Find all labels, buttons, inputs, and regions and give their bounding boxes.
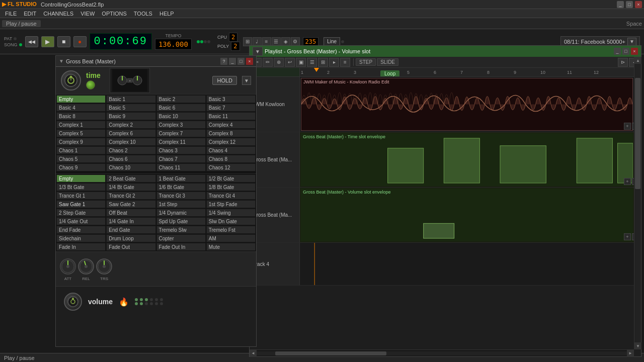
preset-gate-trance4[interactable]: Trance Gt 4 — [206, 192, 256, 200]
step-btn[interactable]: STEP — [356, 58, 376, 66]
rewind-btn[interactable]: ◀◀ — [25, 36, 38, 47]
pl-tool-2[interactable]: ✏ — [263, 58, 273, 67]
preset-gate-14out[interactable]: 1/4 Gate Out — [56, 217, 106, 225]
browser-tool-icon[interactable]: ☰ — [272, 37, 281, 46]
hscroll-thumb[interactable] — [275, 351, 386, 355]
preset-gate-endfade[interactable]: End Fade — [56, 226, 106, 234]
preset-gate-mute[interactable]: Mute — [206, 243, 256, 251]
preset-gate-sixth[interactable]: 1/6 Bt Gate — [156, 183, 206, 191]
preset-time-basic4[interactable]: Basic 4 — [56, 104, 106, 112]
preset-gate-saw2[interactable]: Saw Gate 2 — [106, 200, 155, 208]
vscroll-up-btn[interactable]: ▲ — [634, 57, 641, 64]
preset-time-chaos8[interactable]: Chaos 8 — [206, 155, 256, 163]
preset-time-basic10[interactable]: Basic 10 — [156, 112, 206, 120]
menu-help[interactable]: HELP — [156, 10, 177, 17]
preset-time-complex7[interactable]: Complex 7 — [156, 129, 206, 137]
preset-gate-fadein[interactable]: Fade In — [56, 243, 106, 251]
preset-time-complex1[interactable]: Complex 1 — [56, 121, 106, 129]
preset-time-chaos10[interactable]: Chaos 10 — [106, 163, 155, 171]
preset-time-chaos6[interactable]: Chaos 6 — [106, 155, 155, 163]
pl-right-1[interactable]: ⊳ — [618, 58, 628, 67]
preset-time-basic3[interactable]: Basic 3 — [206, 95, 256, 103]
slide-btn[interactable]: SLIDE — [377, 58, 398, 66]
preset-gate-2step[interactable]: 2 Step Gate — [56, 209, 106, 217]
rel-knob[interactable] — [77, 257, 95, 276]
playlist-close-btn[interactable]: × — [631, 48, 638, 55]
preset-time-chaos1[interactable]: Chaos 1 — [56, 146, 106, 154]
preset-gate-half[interactable]: 1/2 Bt Gate — [206, 174, 256, 183]
preset-time-chaos9[interactable]: Chaos 9 — [56, 163, 106, 171]
menu-view[interactable]: VIEW — [77, 10, 98, 17]
playlist-max-btn[interactable]: □ — [622, 48, 629, 55]
plugin-titlebar[interactable]: ▼ Gross Beat (Master) ? _ □ × — [56, 56, 256, 67]
envelope-clip-2[interactable]: Gross Beat (Master) - Time slot envelope — [301, 133, 633, 186]
preset-gate-trance1[interactable]: Trance Gt 1 — [56, 192, 106, 200]
bpm-display[interactable]: 136.000 — [155, 39, 192, 50]
preset-gate-14dyn[interactable]: 1/4 Dynamic — [156, 209, 206, 217]
preset-time-basic2[interactable]: Basic 2 — [156, 95, 206, 103]
preset-gate-tremslw[interactable]: Tremelo Slw — [156, 226, 206, 234]
preset-time-chaos7[interactable]: Chaos 7 — [156, 155, 206, 163]
preset-time-complex11[interactable]: Complex 11 — [156, 138, 206, 146]
menu-file[interactable]: FILE — [2, 10, 20, 17]
vscroll-track[interactable] — [634, 64, 641, 342]
plugin-max-btn[interactable]: □ — [237, 58, 245, 65]
playlist-min-btn[interactable]: _ — [614, 48, 621, 55]
track1-add-btn[interactable]: + — [624, 123, 631, 130]
preset-gate-trance2[interactable]: Trance Gt 2 — [106, 192, 155, 200]
plugin-tool-icon[interactable]: ◈ — [281, 37, 290, 46]
preset-time-chaos4[interactable]: Chaos 4 — [206, 146, 256, 154]
preset-time-basic8[interactable]: Basic 8 — [56, 112, 106, 120]
preset-time-complex6[interactable]: Complex 6 — [106, 129, 155, 137]
preset-time-complex5[interactable]: Complex 5 — [56, 129, 106, 137]
preset-gate-saw1[interactable]: Saw Gate 1 — [56, 200, 106, 208]
pl-tool-6[interactable]: ☰ — [307, 58, 317, 67]
preset-gate-1stsingle[interactable]: 1st Stp Fade — [206, 200, 256, 208]
menu-edit[interactable]: EDIT — [21, 10, 39, 17]
preset-time-basic5[interactable]: Basic 5 — [106, 104, 155, 112]
pattern-tool-icon[interactable]: ⊞ — [243, 37, 252, 46]
trs-knob[interactable] — [95, 257, 113, 276]
stop-btn[interactable]: ■ — [57, 36, 70, 47]
preset-time-complex3[interactable]: Complex 3 — [156, 121, 206, 129]
hscroll-left-btn[interactable]: ◄ — [250, 350, 257, 357]
att-knob[interactable] — [59, 257, 77, 276]
preset-gate-slwdn[interactable]: Slw Dn Gate — [206, 217, 256, 225]
loop-marker[interactable]: Loop — [380, 70, 399, 77]
preset-time-basic6[interactable]: Basic 6 — [156, 104, 206, 112]
hold-button[interactable]: HOLD — [212, 76, 237, 85]
preset-gate-quarter[interactable]: 1/4 Bt Gate — [106, 183, 155, 191]
preset-gate-empty[interactable]: Empty — [56, 174, 106, 183]
preset-time-complex2[interactable]: Complex 2 — [106, 121, 155, 129]
preset-gate-trance3[interactable]: Trance Gt 3 — [156, 192, 206, 200]
menu-tools[interactable]: TOOLS — [131, 10, 155, 17]
app-maximize-btn[interactable]: □ — [626, 1, 633, 8]
preset-time-complex4[interactable]: Complex 4 — [206, 121, 256, 129]
vscroll-thumb[interactable] — [635, 78, 640, 190]
preset-time-chaos5[interactable]: Chaos 5 — [56, 155, 106, 163]
hscroll-track[interactable] — [257, 351, 627, 355]
settings-tool-icon[interactable]: ⚙ — [291, 37, 300, 46]
preset-gate-14in[interactable]: 1/4 Gate In — [106, 217, 155, 225]
preset-gate-fadeinout[interactable]: Fade Out In — [156, 243, 206, 251]
preset-time-complex12[interactable]: Complex 12 — [206, 138, 256, 146]
pl-tool-7[interactable]: ⊞ — [318, 58, 328, 67]
menu-channels[interactable]: CHANNELS — [40, 10, 76, 17]
play-btn[interactable]: ▶ — [41, 36, 54, 47]
track3-add-btn[interactable]: + — [624, 233, 631, 240]
preset-gate-1ststep[interactable]: 1st Step — [156, 200, 206, 208]
preset-gate-copter[interactable]: Copter — [156, 234, 206, 242]
preset-time-chaos3[interactable]: Chaos 3 — [156, 146, 206, 154]
plugin-indicator-knob[interactable] — [86, 80, 95, 89]
pl-tool-5[interactable]: ▣ — [296, 58, 306, 67]
track-content-4[interactable] — [300, 243, 641, 285]
app-close-btn[interactable]: × — [635, 1, 642, 8]
preset-gate-tremfst[interactable]: Tremelo Fst — [206, 226, 256, 234]
envelope-clip-3[interactable]: Gross Beat (Master) - Volume slot envelo… — [301, 189, 633, 241]
menu-options[interactable]: OPTIONS — [99, 10, 130, 17]
preset-time-basic7[interactable]: Basic 7 — [206, 104, 256, 112]
preset-gate-sidechain[interactable]: Sidechain — [56, 234, 106, 242]
app-minimize-btn[interactable]: _ — [617, 1, 624, 8]
playlist-titlebar[interactable]: ▼ Playlist - Gross Beat (Master) - Volum… — [250, 46, 641, 57]
pl-tool-9[interactable]: ≡ — [340, 58, 350, 67]
